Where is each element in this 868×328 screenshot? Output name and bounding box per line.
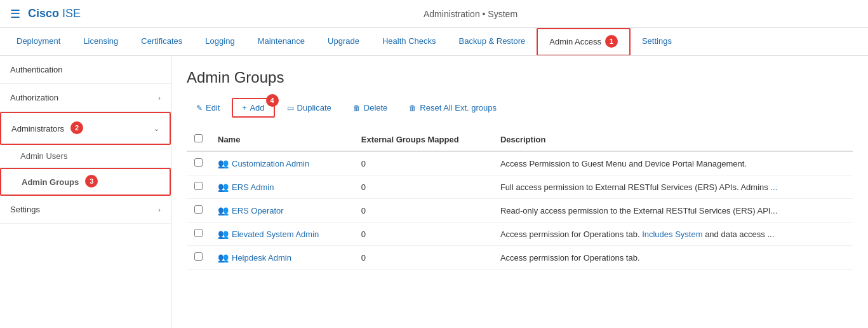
table-row: 👥 Customization Admin 0 Access Permissio… <box>187 151 853 175</box>
reset-ext-groups-button[interactable]: 🗑 Reset All Ext. groups <box>399 99 506 117</box>
row-checkbox-1[interactable] <box>194 182 203 190</box>
sidebar: Authentication Authorization › Administr… <box>0 56 171 328</box>
select-all-header <box>187 128 210 151</box>
row-checkbox-2[interactable] <box>194 205 203 214</box>
sidebar-item-authorization[interactable]: Authorization › <box>0 84 171 112</box>
step-badge-1: 1 <box>605 35 618 48</box>
add-button[interactable]: + Add 4 <box>232 98 274 118</box>
user-group-icon-0: 👥 <box>218 158 228 168</box>
sidebar-item-settings[interactable]: Settings › <box>0 196 171 224</box>
plus-icon: + <box>242 104 246 113</box>
tab-health-checks[interactable]: Health Checks <box>371 28 448 56</box>
toolbar: ✎ Edit + Add 4 ▭ Duplicate 🗑 Delete 🗑 Re… <box>187 98 853 118</box>
user-group-icon-4: 👥 <box>218 252 228 263</box>
chevron-right-icon-settings: › <box>158 206 161 214</box>
trash-icon: 🗑 <box>353 104 361 113</box>
user-group-icon-3: 👥 <box>218 229 228 239</box>
edit-button[interactable]: ✎ Edit <box>187 99 229 117</box>
tab-maintenance[interactable]: Maintenance <box>246 28 316 56</box>
duplicate-button[interactable]: ▭ Duplicate <box>277 99 341 117</box>
row-name-1[interactable]: 👥 ERS Admin <box>218 182 346 192</box>
tab-settings[interactable]: Settings <box>631 28 683 56</box>
chevron-right-icon: › <box>158 94 161 102</box>
main-layout: Authentication Authorization › Administr… <box>0 56 868 328</box>
row-checkbox-3[interactable] <box>194 229 203 237</box>
tab-admin-access[interactable]: Admin Access 1 <box>537 28 631 56</box>
col-ext-groups: External Groups Mapped <box>354 128 493 151</box>
user-group-icon-1: 👥 <box>218 182 228 192</box>
tab-certificates[interactable]: Certificates <box>130 28 194 56</box>
sidebar-item-authentication[interactable]: Authentication <box>0 56 171 84</box>
row-name-0[interactable]: 👥 Customization Admin <box>218 158 346 168</box>
content-title: Admin Groups <box>187 69 853 86</box>
page-title: Administration • System <box>83 9 858 19</box>
table-row: 👥 ERS Admin 0 Full access permission to … <box>187 175 853 199</box>
table-row: 👥 Elevated System Admin 0 Access permiss… <box>187 222 853 246</box>
table-row: 👥 Helpdesk Admin 0 Access permission for… <box>187 246 853 270</box>
row-checkbox-4[interactable] <box>194 252 203 261</box>
table-row: 👥 ERS Operator 0 Read-only access permis… <box>187 199 853 222</box>
delete-button[interactable]: 🗑 Delete <box>344 99 397 117</box>
col-description: Description <box>493 128 853 151</box>
row-name-2[interactable]: 👥 ERS Operator <box>218 205 346 215</box>
user-group-icon-2: 👥 <box>218 205 228 215</box>
row-name-4[interactable]: 👥 Helpdesk Admin <box>218 252 346 263</box>
sidebar-item-administrators[interactable]: Administrators 2 ⌄ <box>0 112 171 145</box>
duplicate-icon: ▭ <box>287 104 294 113</box>
step-badge-3: 3 <box>85 175 98 188</box>
row-name-3[interactable]: 👥 Elevated System Admin <box>218 229 346 239</box>
hamburger-icon[interactable]: ☰ <box>10 7 20 21</box>
step-badge-2: 2 <box>70 121 83 134</box>
sidebar-item-admin-groups[interactable]: Admin Groups 3 <box>0 168 171 196</box>
logo: Cisco ISE <box>28 7 81 20</box>
sidebar-item-admin-users[interactable]: Admin Users <box>0 145 171 168</box>
select-all-checkbox[interactable] <box>194 134 203 142</box>
top-bar: ☰ Cisco ISE Administration • System <box>0 0 868 28</box>
tab-logging[interactable]: Logging <box>194 28 246 56</box>
row-checkbox-0[interactable] <box>194 158 203 167</box>
chevron-down-icon: ⌄ <box>154 125 159 133</box>
content-area: Admin Groups ✎ Edit + Add 4 ▭ Duplicate … <box>171 56 868 328</box>
tab-licensing[interactable]: Licensing <box>72 28 130 56</box>
reset-icon: 🗑 <box>409 104 417 113</box>
tab-deployment[interactable]: Deployment <box>5 28 72 56</box>
tab-backup-restore[interactable]: Backup & Restore <box>448 28 537 56</box>
admin-groups-table: Name External Groups Mapped Description … <box>187 128 853 270</box>
col-name: Name <box>210 128 354 151</box>
tab-upgrade[interactable]: Upgrade <box>316 28 371 56</box>
nav-tabs: Deployment Licensing Certificates Loggin… <box>0 28 868 56</box>
step-badge-4: 4 <box>266 94 279 107</box>
edit-icon: ✎ <box>196 104 203 113</box>
